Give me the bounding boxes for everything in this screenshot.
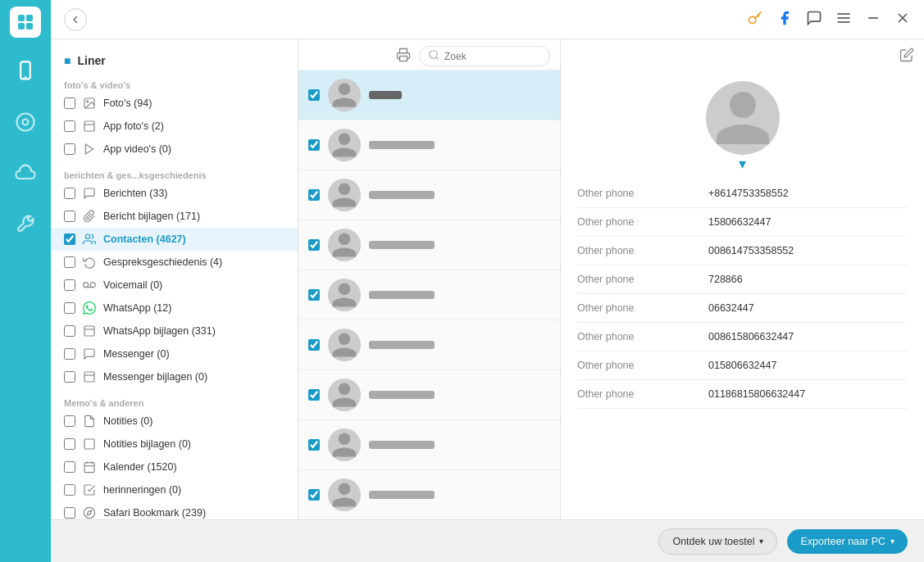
device-nav-button[interactable] xyxy=(0,46,51,97)
svg-point-21 xyxy=(90,283,95,288)
nav-checkbox-notes[interactable] xyxy=(64,415,75,427)
contact-checkbox-0[interactable] xyxy=(308,89,320,101)
nav-checkbox-safari[interactable] xyxy=(64,507,75,519)
field-label-2: Other phone xyxy=(577,245,692,256)
nav-item-whatsapp-attach[interactable]: WhatsApp bijlagen (331) xyxy=(51,320,298,342)
contact-row-1[interactable] xyxy=(298,120,560,170)
nav-item-app-photos[interactable]: App foto's (2) xyxy=(51,115,298,138)
nav-checkbox-app-videos[interactable] xyxy=(64,143,75,155)
contact-row-5[interactable] xyxy=(298,320,560,370)
menu-icon[interactable] xyxy=(835,10,852,29)
nav-checkbox-whatsapp[interactable] xyxy=(64,302,75,314)
nav-panel: ■ Liner foto's & video's Foto's (94) App… xyxy=(51,39,298,519)
search-input[interactable] xyxy=(444,51,543,62)
nav-label-whatsapp-attach: WhatsApp bijlagen (331) xyxy=(103,325,216,337)
nav-checkbox-messenger-attach[interactable] xyxy=(64,371,75,383)
nav-item-notes[interactable]: Notities (0) xyxy=(51,410,298,433)
nav-checkbox-app-photos[interactable] xyxy=(64,120,75,132)
nav-checkbox-photos[interactable] xyxy=(64,97,75,109)
voicemail-icon xyxy=(82,278,97,292)
contact-row-0[interactable] xyxy=(298,70,560,120)
nav-item-app-videos[interactable]: App video's (0) xyxy=(51,138,298,161)
photos-icon xyxy=(82,96,97,111)
print-icon[interactable] xyxy=(396,48,411,65)
nav-checkbox-messenger[interactable] xyxy=(64,348,75,360)
history-icon xyxy=(82,255,97,270)
print-area xyxy=(298,39,560,70)
nav-item-safari[interactable]: Safari Bookmark (239) xyxy=(51,501,298,519)
search-icon xyxy=(428,49,439,63)
close-icon[interactable] xyxy=(894,10,911,29)
nav-item-messages[interactable]: Berichten (33) xyxy=(51,182,298,205)
nav-checkbox-notes-attach[interactable] xyxy=(64,438,75,450)
minimize-icon[interactable] xyxy=(865,10,881,29)
nav-label-app-videos: App video's (0) xyxy=(103,143,171,155)
contact-checkbox-5[interactable] xyxy=(308,339,320,351)
nav-label-messenger: Messenger (0) xyxy=(103,348,170,360)
nav-item-attachments[interactable]: Bericht bijlagen (171) xyxy=(51,205,298,228)
nav-checkbox-calendar[interactable] xyxy=(64,461,75,473)
contact-row-7[interactable] xyxy=(298,420,560,470)
svg-rect-0 xyxy=(18,15,25,21)
contact-avatar-8 xyxy=(328,478,361,511)
music-nav-button[interactable] xyxy=(0,97,51,147)
expand-details-button[interactable]: ▾ xyxy=(739,155,746,173)
contact-row-2[interactable] xyxy=(298,170,560,220)
nav-item-photos[interactable]: Foto's (94) xyxy=(51,92,298,115)
contact-checkbox-7[interactable] xyxy=(308,439,320,451)
nav-checkbox-voicemail[interactable] xyxy=(64,279,75,291)
field-value-7: 01186815806632447 xyxy=(708,388,805,400)
nav-item-history[interactable]: Gespreksgeschiedenis (4) xyxy=(51,251,298,274)
search-box[interactable] xyxy=(419,46,550,66)
nav-item-whatsapp[interactable]: WhatsApp (12) xyxy=(51,297,298,320)
nav-item-reminders[interactable]: herinneringen (0) xyxy=(51,478,298,501)
nav-checkbox-attachments[interactable] xyxy=(64,211,75,222)
field-value-5: 008615806632447 xyxy=(708,331,794,342)
field-value-6: 015806632447 xyxy=(708,360,776,371)
contact-checkbox-4[interactable] xyxy=(308,289,320,301)
export-to-pc-button[interactable]: Exporteer naar PC ▾ xyxy=(787,529,908,554)
contact-checkbox-2[interactable] xyxy=(308,189,320,201)
field-row-2: Other phone 008614753358552 xyxy=(577,237,908,265)
nav-label-attachments: Bericht bijlagen (171) xyxy=(103,211,200,222)
device-title: Liner xyxy=(77,54,105,67)
nav-checkbox-contacts[interactable] xyxy=(64,233,75,245)
field-label-3: Other phone xyxy=(577,274,692,285)
contact-avatar-0 xyxy=(328,79,361,111)
nav-item-contacts[interactable]: Contacten (4627) xyxy=(51,228,298,251)
contact-row-6[interactable] xyxy=(298,370,560,420)
nav-item-calendar[interactable]: Kalender (1520) xyxy=(51,455,298,478)
nav-checkbox-reminders[interactable] xyxy=(64,484,75,496)
key-icon[interactable] xyxy=(747,10,763,29)
field-value-1: 15806632447 xyxy=(708,216,771,228)
discover-device-button[interactable]: Ontdek uw toestel ▾ xyxy=(658,528,777,555)
notes-attach-icon xyxy=(82,437,97,451)
nav-checkbox-whatsapp-attach[interactable] xyxy=(64,325,75,337)
contact-avatar-5 xyxy=(328,329,361,361)
contact-name-8 xyxy=(369,491,435,499)
calendar-icon xyxy=(82,460,97,474)
cloud-nav-button[interactable] xyxy=(0,147,51,198)
facebook-icon[interactable] xyxy=(776,10,793,29)
attachments-icon xyxy=(82,209,97,224)
nav-checkbox-messages[interactable] xyxy=(64,188,75,199)
contact-row-4[interactable] xyxy=(298,270,560,320)
back-button[interactable] xyxy=(64,8,87,31)
contact-checkbox-6[interactable] xyxy=(308,389,320,401)
contact-checkbox-8[interactable] xyxy=(308,489,320,501)
contact-checkbox-3[interactable] xyxy=(308,239,320,251)
edit-button[interactable] xyxy=(899,48,914,65)
nav-item-messenger-attach[interactable]: Messenger bijlagen (0) xyxy=(51,365,298,388)
chat-icon[interactable] xyxy=(806,10,822,29)
tools-nav-button[interactable] xyxy=(0,198,51,249)
nav-checkbox-history[interactable] xyxy=(64,256,75,268)
nav-item-messenger[interactable]: Messenger (0) xyxy=(51,342,298,365)
contact-row-3[interactable] xyxy=(298,220,560,270)
nav-item-notes-attach[interactable]: Notities bijlagen (0) xyxy=(51,433,298,455)
contact-row-8[interactable] xyxy=(298,470,560,519)
nav-label-reminders: herinneringen (0) xyxy=(103,484,181,496)
contact-checkbox-1[interactable] xyxy=(308,139,320,151)
contact-name-0 xyxy=(369,91,402,99)
nav-item-voicemail[interactable]: Voicemail (0) xyxy=(51,274,298,297)
app-logo xyxy=(10,7,41,38)
